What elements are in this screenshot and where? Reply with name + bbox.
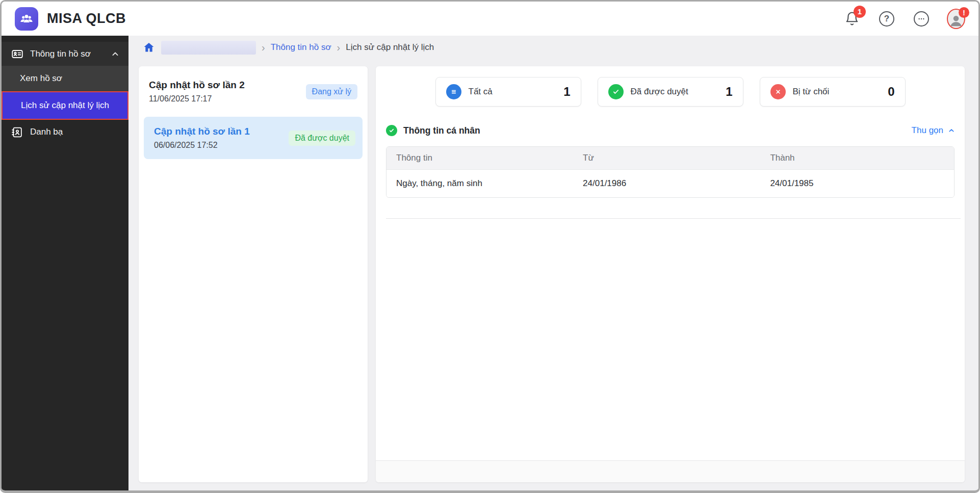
sidebar-item-label: Xem hồ sơ bbox=[20, 73, 62, 84]
section-divider bbox=[386, 218, 961, 219]
app-window: MISA QLCB 1 ? bbox=[0, 0, 980, 493]
check-circle-icon bbox=[386, 125, 397, 136]
stat-label: Bị từ chối bbox=[793, 87, 830, 97]
collapse-label: Thu gọn bbox=[912, 125, 943, 136]
history-detail-panel: Tất cả 1 Đã được duyệt 1 bbox=[376, 66, 965, 482]
help-button[interactable]: ? bbox=[878, 10, 896, 28]
notifications-button[interactable]: 1 bbox=[843, 10, 861, 28]
top-bar: MISA QLCB 1 ? bbox=[2, 2, 978, 36]
address-book-icon bbox=[11, 126, 23, 139]
people-icon bbox=[19, 11, 34, 27]
stat-label: Tất cả bbox=[469, 87, 493, 97]
chevron-up-icon bbox=[947, 126, 956, 135]
breadcrumb-redacted-item[interactable] bbox=[161, 41, 256, 55]
chevron-up-icon bbox=[110, 49, 120, 59]
content-panels: Cập nhật hồ sơ lần 2 11/06/2025 17:17 Đa… bbox=[139, 66, 965, 482]
ellipsis-icon bbox=[914, 11, 929, 27]
history-item-date: 06/06/2025 17:52 bbox=[154, 141, 289, 150]
table-header-row: Thông tin Từ Thành bbox=[386, 147, 954, 169]
sidebar-item-label: Lịch sử cập nhật lý lịch bbox=[21, 100, 109, 111]
status-badge-processing: Đang xử lý bbox=[306, 84, 357, 99]
sidebar-item-lich-su-cap-nhat-ly-lich[interactable]: Lịch sử cập nhật lý lịch bbox=[2, 91, 128, 120]
stat-card-approved[interactable]: Đã được duyệt 1 bbox=[598, 77, 743, 107]
account-alert-badge: ! bbox=[959, 7, 969, 18]
status-badge-approved: Đã được duyệt bbox=[289, 131, 355, 146]
history-item-texts: Cập nhật hồ sơ lần 1 06/06/2025 17:52 bbox=[154, 126, 289, 150]
account-button[interactable]: ! bbox=[947, 10, 965, 28]
history-item-2[interactable]: Cập nhật hồ sơ lần 2 11/06/2025 17:17 Đa… bbox=[139, 66, 368, 113]
breadcrumb-separator: › bbox=[337, 42, 341, 53]
breadcrumb: › Thông tin hồ sơ › Lịch sử cập nhật lý … bbox=[128, 36, 978, 59]
sidebar-item-thong-tin-ho-so[interactable]: Thông tin hồ sơ bbox=[2, 42, 128, 66]
history-list-panel: Cập nhật hồ sơ lần 2 11/06/2025 17:17 Đa… bbox=[139, 66, 368, 482]
history-item-title: Cập nhật hồ sơ lần 1 bbox=[154, 126, 289, 137]
history-item-texts: Cập nhật hồ sơ lần 2 11/06/2025 17:17 bbox=[149, 80, 306, 103]
sidebar-item-xem-ho-so[interactable]: Xem hồ sơ bbox=[2, 66, 128, 91]
history-item-1-selected[interactable]: Cập nhật hồ sơ lần 1 06/06/2025 17:52 Đã… bbox=[144, 117, 363, 159]
table-row: Ngày, tháng, năm sinh 24/01/1986 24/01/1… bbox=[386, 169, 954, 197]
table-cell-from: 24/01/1986 bbox=[583, 178, 770, 189]
sidebar-item-label: Thông tin hồ sơ bbox=[30, 49, 91, 59]
table-header-thanh: Thành bbox=[770, 153, 954, 163]
home-icon[interactable] bbox=[143, 41, 156, 54]
more-button[interactable] bbox=[912, 10, 931, 28]
sidebar-item-danh-ba[interactable]: Danh bạ bbox=[2, 120, 128, 144]
collapse-toggle[interactable]: Thu gọn bbox=[912, 125, 956, 136]
brand-title: MISA QLCB bbox=[47, 11, 126, 27]
breadcrumb-link-thong-tin-ho-so[interactable]: Thông tin hồ sơ bbox=[271, 42, 331, 53]
stat-value: 1 bbox=[563, 85, 570, 99]
list-icon bbox=[446, 84, 461, 99]
breadcrumb-current: Lịch sử cập nhật lý lịch bbox=[346, 42, 434, 53]
stat-card-rejected[interactable]: Bị từ chối 0 bbox=[760, 77, 906, 107]
stat-value: 0 bbox=[888, 85, 894, 99]
sidebar: Thông tin hồ sơ Xem hồ sơ Lịch sử cập nh… bbox=[2, 36, 128, 490]
question-icon: ? bbox=[879, 11, 894, 27]
history-item-title: Cập nhật hồ sơ lần 2 bbox=[149, 80, 306, 91]
x-circle-icon bbox=[770, 84, 786, 99]
table-header-thong-tin: Thông tin bbox=[386, 153, 583, 163]
status-summary-row: Tất cả 1 Đã được duyệt 1 bbox=[376, 77, 965, 107]
id-card-icon bbox=[11, 47, 24, 61]
sidebar-item-label: Danh bạ bbox=[30, 127, 63, 137]
notification-count-badge: 1 bbox=[854, 6, 866, 18]
stat-value: 1 bbox=[726, 85, 732, 99]
stat-card-all[interactable]: Tất cả 1 bbox=[435, 77, 581, 107]
table-cell-field: Ngày, tháng, năm sinh bbox=[386, 178, 583, 189]
topbar-actions: 1 ? ! bbox=[843, 10, 965, 28]
check-circle-icon bbox=[608, 84, 624, 99]
stat-label: Đã được duyệt bbox=[631, 87, 688, 97]
table-header-tu: Từ bbox=[583, 153, 770, 163]
detail-panel-footer bbox=[376, 460, 965, 482]
changes-table: Thông tin Từ Thành Ngày, tháng, năm sinh… bbox=[386, 146, 955, 198]
main-area: › Thông tin hồ sơ › Lịch sử cập nhật lý … bbox=[128, 36, 978, 490]
section-title: Thông tin cá nhân bbox=[403, 125, 480, 136]
breadcrumb-separator: › bbox=[262, 42, 265, 53]
history-item-date: 11/06/2025 17:17 bbox=[149, 94, 306, 103]
app-logo bbox=[15, 7, 38, 31]
section-header-personal-info: Thông tin cá nhân Thu gọn bbox=[386, 125, 956, 136]
table-cell-to: 24/01/1985 bbox=[770, 178, 954, 189]
